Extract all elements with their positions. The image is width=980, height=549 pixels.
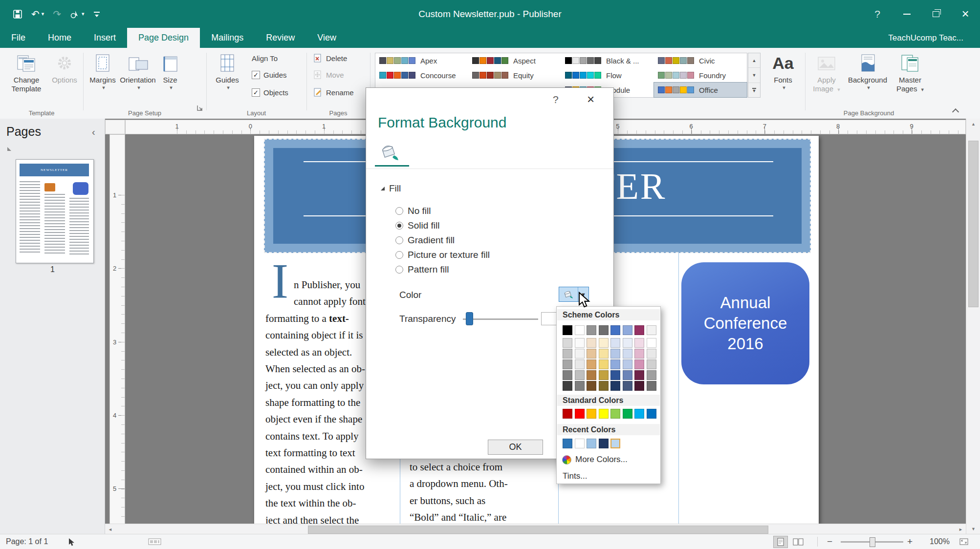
rename-page-button[interactable]: Rename bbox=[313, 86, 354, 99]
tab-page-design[interactable]: Page Design bbox=[127, 28, 200, 48]
scheme-tint-swatch[interactable] bbox=[634, 359, 644, 369]
collapse-ribbon-button[interactable] bbox=[952, 107, 959, 114]
scheme-tint-swatch[interactable] bbox=[599, 349, 609, 359]
page-setup-dialog-launcher[interactable] bbox=[196, 105, 203, 111]
scheme-tint-swatch[interactable] bbox=[610, 370, 620, 380]
scheme-tint-swatch[interactable] bbox=[647, 338, 656, 348]
scheme-color-swatch[interactable] bbox=[610, 325, 620, 335]
scheme-tint-swatch[interactable] bbox=[563, 359, 572, 369]
margins-button[interactable]: Margins ▾ bbox=[87, 52, 118, 91]
guides-button[interactable]: Guides ▾ bbox=[212, 52, 242, 91]
scheme-tint-swatch[interactable] bbox=[610, 349, 620, 359]
vertical-scrollbar[interactable]: ▲ ▼ bbox=[966, 119, 980, 534]
scroll-down-button[interactable]: ▼ bbox=[966, 524, 980, 534]
scheme-equity[interactable]: Equity bbox=[468, 68, 561, 83]
scheme-tint-swatch[interactable] bbox=[599, 370, 609, 380]
fill-option-gradient-fill[interactable]: Gradient fill bbox=[395, 236, 490, 244]
customize-qat-button[interactable] bbox=[93, 11, 100, 18]
fit-page-button[interactable] bbox=[959, 538, 969, 546]
master-pages-button[interactable]: Master Pages ▾ bbox=[891, 52, 930, 93]
redo-button[interactable]: ↷ bbox=[53, 9, 61, 19]
scheme-tint-swatch[interactable] bbox=[575, 381, 585, 391]
dialog-help-button[interactable]: ? bbox=[553, 94, 559, 106]
scheme-color-swatch[interactable] bbox=[587, 325, 596, 335]
close-button[interactable]: × bbox=[951, 0, 980, 28]
tints-menu-item[interactable]: Tints... bbox=[557, 470, 666, 483]
scheme-aspect[interactable]: Aspect bbox=[468, 53, 561, 68]
gallery-scroll-down-button[interactable]: ▼ bbox=[748, 68, 760, 83]
transparency-slider-thumb[interactable] bbox=[466, 312, 473, 325]
scheme-tint-swatch[interactable] bbox=[575, 370, 585, 380]
scheme-tint-swatch[interactable] bbox=[647, 349, 656, 359]
scheme-tint-swatch[interactable] bbox=[610, 359, 620, 369]
fill-section-header[interactable]: Fill bbox=[381, 183, 401, 194]
scheme-color-swatch[interactable] bbox=[623, 325, 632, 335]
ok-button[interactable]: OK bbox=[488, 440, 543, 455]
scheme-tint-swatch[interactable] bbox=[610, 338, 620, 348]
scheme-color-swatch[interactable] bbox=[563, 325, 572, 335]
standard-color-swatch[interactable] bbox=[575, 409, 585, 419]
orientation-button[interactable]: Orientation ▾ bbox=[120, 52, 156, 91]
tab-file[interactable]: File bbox=[0, 28, 37, 48]
size-button[interactable]: Size ▾ bbox=[157, 52, 183, 91]
zoom-out-button[interactable]: − bbox=[827, 536, 832, 547]
scheme-apex[interactable]: Apex bbox=[375, 53, 468, 68]
apply-image-button[interactable]: Apply Image ▾ bbox=[809, 52, 844, 93]
touch-mode-button[interactable]: ▾ bbox=[70, 9, 85, 19]
scheme-office[interactable]: Office bbox=[654, 83, 747, 97]
scheme-tint-swatch[interactable] bbox=[575, 338, 585, 348]
scheme-tint-swatch[interactable] bbox=[599, 338, 609, 348]
recent-color-swatch[interactable] bbox=[610, 439, 620, 448]
scheme-tint-swatch[interactable] bbox=[623, 338, 632, 348]
scheme-tint-swatch[interactable] bbox=[575, 349, 585, 359]
scheme-color-swatch[interactable] bbox=[575, 325, 585, 335]
fill-option-no-fill[interactable]: No fill bbox=[395, 207, 490, 215]
scheme-tint-swatch[interactable] bbox=[587, 381, 596, 391]
scheme-tint-swatch[interactable] bbox=[623, 349, 632, 359]
horizontal-scrollbar[interactable]: ◄ ► bbox=[105, 524, 966, 534]
delete-page-button[interactable]: × Delete bbox=[313, 52, 347, 64]
scheme-tint-swatch[interactable] bbox=[647, 381, 656, 391]
page-indicator[interactable]: Page: 1 of 1 bbox=[6, 537, 48, 546]
fonts-button[interactable]: Aa Fonts ▾ bbox=[765, 52, 801, 91]
scheme-color-swatch[interactable] bbox=[599, 325, 609, 335]
gallery-scroll-up-button[interactable]: ▲ bbox=[748, 53, 760, 68]
fill-option-picture-or-texture-fill[interactable]: Picture or texture fill bbox=[395, 251, 490, 259]
scheme-tint-swatch[interactable] bbox=[634, 370, 644, 380]
restore-button[interactable] bbox=[921, 0, 951, 28]
scheme-black[interactable]: Black & ... bbox=[561, 53, 654, 68]
undo-button[interactable]: ↶▾ bbox=[31, 9, 44, 19]
annual-conference-shape[interactable]: Annual Conference 2016 bbox=[681, 262, 809, 384]
background-button[interactable]: Background ▾ bbox=[847, 52, 889, 91]
standard-color-swatch[interactable] bbox=[563, 409, 572, 419]
scheme-tint-swatch[interactable] bbox=[623, 381, 632, 391]
tab-view[interactable]: View bbox=[306, 28, 348, 48]
standard-color-swatch[interactable] bbox=[647, 409, 656, 419]
scheme-tint-swatch[interactable] bbox=[647, 370, 656, 380]
scheme-tint-swatch[interactable] bbox=[587, 349, 596, 359]
scheme-concourse[interactable]: Concourse bbox=[375, 68, 468, 83]
align-guides-checkbox[interactable]: ✓ Guides bbox=[252, 68, 287, 81]
scheme-tint-swatch[interactable] bbox=[610, 381, 620, 391]
tab-home[interactable]: Home bbox=[37, 28, 83, 48]
scheme-color-swatch[interactable] bbox=[647, 325, 656, 335]
scheme-tint-swatch[interactable] bbox=[599, 381, 609, 391]
scheme-tint-swatch[interactable] bbox=[563, 338, 572, 348]
page-thumbnail[interactable]: NEWSLETTER bbox=[16, 159, 94, 263]
scheme-tint-swatch[interactable] bbox=[587, 359, 596, 369]
scheme-tint-swatch[interactable] bbox=[575, 359, 585, 369]
scheme-tint-swatch[interactable] bbox=[599, 359, 609, 369]
fill-tab[interactable] bbox=[380, 144, 401, 162]
standard-color-swatch[interactable] bbox=[599, 409, 609, 419]
scroll-right-button[interactable]: ► bbox=[956, 524, 966, 534]
single-page-view-button[interactable] bbox=[773, 536, 788, 548]
change-template-button[interactable]: Change Template bbox=[5, 52, 48, 93]
vertical-ruler[interactable]: 12345 bbox=[109, 134, 125, 534]
options-button[interactable]: Options bbox=[49, 52, 80, 84]
scroll-up-button[interactable]: ▲ bbox=[966, 119, 980, 129]
scheme-tint-swatch[interactable] bbox=[623, 370, 632, 380]
panel-collapse-button[interactable]: ‹ bbox=[92, 127, 95, 138]
scheme-foundry[interactable]: Foundry bbox=[654, 68, 747, 83]
standard-color-swatch[interactable] bbox=[634, 409, 644, 419]
scheme-color-swatch[interactable] bbox=[634, 325, 644, 335]
